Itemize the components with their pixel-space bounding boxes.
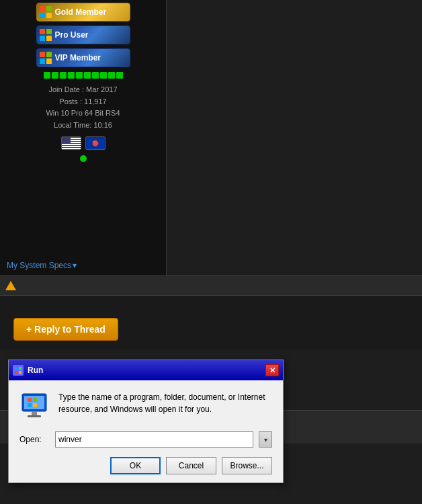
rep-block-9 (108, 72, 115, 79)
run-desc-line2: resource, and Windows will open it for y… (58, 403, 265, 415)
content-area (167, 0, 422, 276)
run-titlebar-left: Run (13, 365, 43, 376)
svg-rect-10 (40, 58, 45, 64)
online-indicator (80, 155, 87, 162)
vip-member-label: VIP Member (55, 53, 101, 62)
run-dropdown-button[interactable]: ▾ (259, 431, 272, 448)
run-dialog-description: Type the name of a program, folder, docu… (58, 391, 265, 415)
svg-rect-12 (15, 367, 17, 370)
svg-rect-4 (40, 29, 45, 34)
system-specs-label: My System Specs (7, 261, 71, 270)
svg-rect-3 (46, 13, 52, 18)
rep-block-1 (44, 72, 50, 79)
gold-member-label: Gold Member (55, 7, 107, 17)
svg-rect-9 (46, 52, 52, 57)
user-meta-info: Join Date : Mar 2017 Posts : 11,917 Win … (46, 84, 120, 131)
gold-member-badge: Gold Member (36, 3, 130, 22)
computer-svg-icon (19, 391, 49, 421)
local-time: Local Time: 10:16 (46, 120, 120, 132)
run-dialog: Run ✕ (8, 360, 284, 483)
rep-block-10 (116, 72, 123, 79)
svg-rect-22 (32, 411, 37, 415)
reply-button-area: + Reply to Thread (0, 309, 422, 349)
pro-user-badge: Pro User (36, 26, 130, 44)
us-flag-icon (61, 136, 81, 150)
svg-rect-15 (19, 371, 22, 374)
windows-logo-icon-3 (40, 52, 52, 64)
svg-rect-23 (28, 415, 41, 417)
rep-block-2 (52, 72, 58, 79)
svg-rect-14 (15, 371, 17, 374)
user-panel: Gold Member Pro User VIP Member (0, 0, 167, 276)
vip-member-badge: VIP Member (36, 48, 130, 67)
rep-block-5 (76, 72, 83, 79)
run-info-row: Type the name of a program, folder, docu… (19, 391, 272, 421)
svg-rect-11 (46, 58, 52, 64)
run-computer-icon (19, 391, 49, 421)
join-date: Join Date : Mar 2017 (46, 84, 120, 96)
svg-rect-21 (33, 403, 37, 407)
run-command-input[interactable] (55, 431, 253, 448)
run-ok-button[interactable]: OK (110, 457, 161, 474)
chevron-down-icon: ▾ (73, 261, 77, 270)
posts-count: Posts : 11,917 (46, 96, 120, 108)
warning-triangle-icon (5, 281, 16, 290)
run-cancel-button[interactable]: Cancel (166, 457, 216, 474)
svg-rect-19 (33, 398, 37, 402)
svg-rect-8 (40, 52, 45, 57)
ohio-flag-icon (85, 136, 106, 150)
svg-rect-2 (40, 13, 45, 18)
os-info: Win 10 Pro 64 Bit RS4 (46, 108, 120, 120)
run-dialog-title: Run (28, 366, 43, 375)
run-app-icon (14, 366, 22, 374)
run-input-row: Open: ▾ (19, 431, 272, 448)
pro-user-label: Pro User (55, 30, 89, 40)
run-open-label: Open: (19, 435, 50, 444)
system-specs-link[interactable]: My System Specs ▾ (7, 261, 77, 270)
windows-logo-icon-2 (40, 29, 52, 41)
run-dialog-close-button[interactable]: ✕ (265, 364, 279, 376)
svg-rect-13 (19, 367, 22, 370)
run-dialog-body: Type the name of a program, folder, docu… (9, 380, 283, 482)
reputation-bar (44, 72, 123, 79)
run-buttons-row: OK Cancel Browse... (19, 457, 272, 474)
svg-rect-0 (40, 6, 45, 11)
rep-block-3 (60, 72, 67, 79)
spacer (0, 296, 422, 309)
svg-rect-5 (46, 29, 52, 34)
run-dialog-titlebar: Run ✕ (9, 360, 283, 380)
rep-block-4 (68, 72, 75, 79)
rep-block-7 (92, 72, 99, 79)
svg-rect-6 (40, 36, 45, 41)
svg-rect-20 (28, 403, 32, 407)
flags-row (61, 136, 106, 150)
run-titlebar-icon (13, 365, 24, 376)
run-desc-line1: Type the name of a program, folder, docu… (58, 391, 265, 403)
svg-rect-7 (46, 36, 52, 41)
rep-block-6 (84, 72, 91, 79)
windows-logo-icon (40, 6, 52, 18)
reply-to-thread-button[interactable]: + Reply to Thread (13, 318, 118, 341)
rep-block-8 (100, 72, 107, 79)
run-browse-button[interactable]: Browse... (222, 457, 272, 474)
svg-rect-18 (28, 398, 32, 402)
svg-rect-1 (46, 6, 52, 11)
alert-strip (0, 276, 422, 296)
